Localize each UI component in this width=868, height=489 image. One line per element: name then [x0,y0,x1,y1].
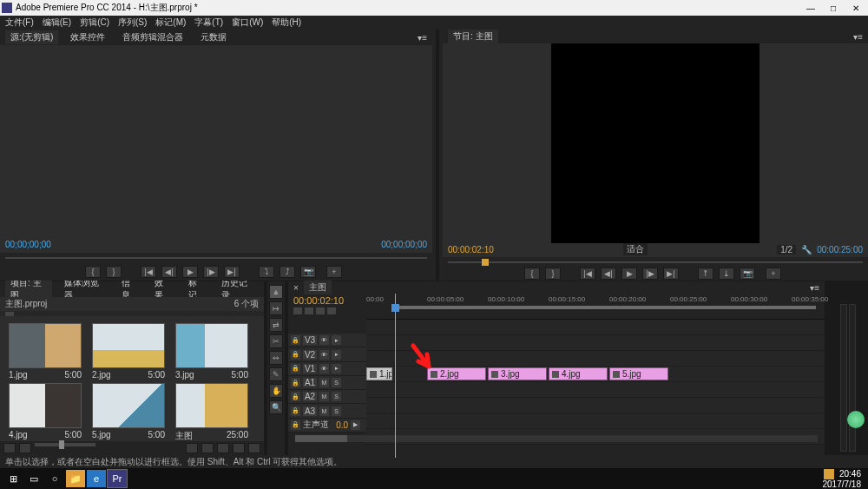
prg-extract-button[interactable]: ⤓ [719,268,734,280]
track-header-a3[interactable]: 🔒A3MS [288,404,366,418]
new-bin-button[interactable] [217,443,229,453]
prg-button-editor[interactable]: + [766,268,781,280]
bin-item[interactable]: 3.jpg5:00 [175,323,255,380]
menu-help[interactable]: 帮助(H) [272,17,301,29]
track-output-icon[interactable]: ▸ [332,364,341,373]
bin-item[interactable]: 4.jpg5:00 [9,383,89,441]
taskbar-app-premiere[interactable]: Pr [108,470,127,487]
track-header-v1[interactable]: 🔒V1👁▸ [288,362,366,376]
timeline-ruler[interactable]: 00:00 00:00:05:00 00:00:10:00 00:00:15:0… [366,294,825,320]
taskbar-app-browser[interactable]: e [87,470,106,487]
timeline-clip[interactable]: 5.jpg [609,367,668,380]
source-scrub-bar[interactable] [0,253,432,263]
new-item-button[interactable] [233,443,245,453]
source-monitor[interactable] [0,45,432,237]
track-header-a1[interactable]: 🔒A1MS [288,376,366,390]
program-monitor[interactable] [443,43,868,243]
zoom-tool[interactable]: 🔍 [269,400,283,414]
source-in-time[interactable]: 00;00;00;00 [5,240,51,249]
filter-bin-icon[interactable] [5,312,14,316]
track-lock-icon[interactable]: 🔒 [291,378,300,387]
find-button[interactable] [201,443,214,453]
track-v1[interactable]: 1.jpg 2.jpg 3.jpg 4.jpg 5.jpg [366,367,825,382]
program-fit-dropdown[interactable]: 适合 [623,243,648,255]
timeline-zoom-scrollbar[interactable] [295,435,818,442]
track-solo-button[interactable]: S [332,378,341,387]
track-eye-icon[interactable]: 👁 [319,364,329,373]
hand-tool[interactable]: ✋ [269,384,283,398]
menu-clip[interactable]: 剪辑(C) [80,17,109,29]
bin-grid[interactable]: 1.jpg5:00 2.jpg5:00 3.jpg5:00 4.jpg5:00 … [0,316,264,441]
razor-tool[interactable]: ✂ [269,334,283,348]
timeline-clip[interactable]: 4.jpg [549,367,608,380]
track-eye-icon[interactable]: 👁 [319,335,329,345]
taskview-button[interactable]: ▭ [24,470,43,487]
track-header-v2[interactable]: 🔒V2👁▸ [288,347,366,361]
track-v2[interactable] [366,351,825,367]
selection-tool[interactable]: ▲ [269,285,283,299]
panel-menu-icon[interactable]: ▾≡ [418,33,427,43]
prg-export-frame-button[interactable]: 📷 [740,268,755,280]
track-a1[interactable] [366,382,825,398]
tab-audio-mixer[interactable]: 音频剪辑混合器 [117,30,188,44]
prg-play-button[interactable]: ▶ [621,268,637,280]
src-go-in-button[interactable]: |◀ [141,266,156,278]
track-lock-icon[interactable]: 🔒 [291,406,300,416]
track-header-master[interactable]: 🔒主声道 0.0▶ [288,419,366,433]
slip-tool[interactable]: ↭ [269,351,283,365]
prg-step-back-button[interactable]: ◀| [601,268,616,280]
marker-icon[interactable] [316,307,325,314]
menu-file[interactable]: 文件(F) [5,17,34,29]
timeline-track-area[interactable]: 1.jpg 2.jpg 3.jpg 4.jpg 5.jpg [366,320,825,433]
timeline-clip[interactable]: 2.jpg [427,367,486,380]
prg-go-out-button[interactable]: ▶| [663,268,679,280]
sequence-tab[interactable]: 主图 [304,281,332,294]
src-step-fwd-button[interactable]: |▶ [203,266,219,278]
bin-item[interactable]: 5.jpg5:00 [92,383,172,441]
taskbar-app-explorer[interactable]: 📁 [66,470,85,487]
track-output-icon[interactable]: ▸ [332,335,341,345]
track-solo-button[interactable]: S [332,392,341,401]
linked-selection-icon[interactable] [305,307,313,314]
playhead-handle[interactable] [391,304,399,312]
settings-icon[interactable] [327,307,336,314]
menu-sequence[interactable]: 序列(S) [118,17,147,29]
playhead-marker[interactable] [482,259,489,266]
pen-tool[interactable]: ✎ [269,367,283,381]
track-a2[interactable] [366,398,825,413]
timeline-clip[interactable]: 1.jpg [366,367,392,380]
program-resolution-dropdown[interactable]: 1/2 [777,245,796,254]
track-output-icon[interactable]: ▸ [332,350,341,360]
track-select-tool[interactable]: ↦ [269,301,283,315]
src-button-editor[interactable]: + [326,266,342,278]
icon-view-button[interactable] [19,443,31,453]
list-view-button[interactable] [3,443,16,453]
menu-edit[interactable]: 编辑(E) [43,17,71,29]
src-play-button[interactable]: ▶ [182,266,198,278]
bin-item[interactable]: 主图25:00 [175,383,255,441]
program-current-time[interactable]: 00:00:02:10 [448,245,494,254]
start-button[interactable]: ⊞ [3,470,23,487]
panel-menu-icon[interactable]: ▾≡ [810,283,819,293]
tray-badge-icon[interactable] [824,469,834,479]
bin-item[interactable]: 2.jpg5:00 [92,323,172,380]
master-db[interactable]: 0.0 [336,420,348,430]
tab-source[interactable]: 源:(无剪辑) [5,30,58,44]
src-go-out-button[interactable]: ▶| [224,266,240,278]
prg-mark-out-button[interactable]: } [545,268,561,280]
program-scrub-bar[interactable] [443,257,868,266]
bin-item[interactable]: 1.jpg5:00 [9,323,89,380]
track-lock-icon[interactable]: 🔒 [291,364,300,373]
src-overwrite-button[interactable]: ⤴ [279,266,295,278]
window-maximize-button[interactable]: □ [823,2,844,14]
menu-marker[interactable]: 标记(M) [155,17,186,29]
track-mute-button[interactable]: M [319,392,329,401]
work-area-bar[interactable] [397,306,816,309]
window-close-button[interactable]: ✕ [845,2,866,14]
track-v3[interactable] [366,335,825,351]
sequence-timecode[interactable]: 00:00:02:10 [293,295,361,306]
snap-icon[interactable] [293,307,302,314]
delete-button[interactable] [248,443,260,453]
prg-step-fwd-button[interactable]: |▶ [642,268,658,280]
tab-effect-controls[interactable]: 效果控件 [65,30,110,44]
